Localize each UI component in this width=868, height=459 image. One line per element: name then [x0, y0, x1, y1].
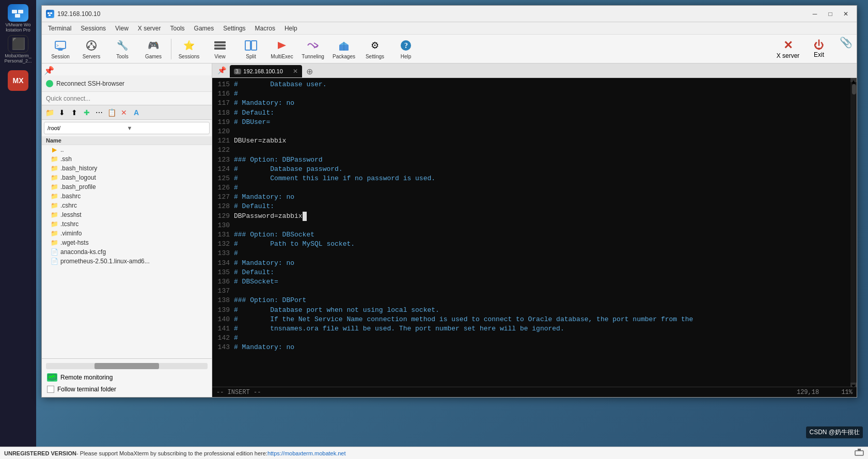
- toolbar-session[interactable]: >_ Session: [46, 36, 75, 62]
- minimize-button[interactable]: ─: [808, 9, 822, 19]
- toolbar-games[interactable]: 🎮 Games: [139, 36, 168, 62]
- toolbar-sessions[interactable]: ⭐ Sessions: [175, 36, 203, 62]
- toolbar-xserver[interactable]: ✕ X server: [774, 36, 802, 62]
- tab-close[interactable]: ✕: [293, 68, 298, 75]
- terminal-area[interactable]: 1151161171181191201211221231241251261271…: [212, 78, 857, 397]
- toolbar-view[interactable]: View: [206, 36, 234, 62]
- quick-connect-input[interactable]: [46, 95, 208, 102]
- toolbar-packages[interactable]: Packages: [329, 36, 358, 62]
- tree-item-lesshst[interactable]: 📁 .lesshst: [42, 210, 212, 219]
- menu-games[interactable]: Games: [190, 24, 218, 33]
- tree-item-dotdot[interactable]: ▶ ..: [42, 145, 212, 154]
- line-numbers: 1151161171181191201211221231241251261271…: [212, 80, 234, 385]
- folder-icon: 📁: [50, 165, 58, 172]
- file-tree: ▶ .. 📁 .ssh 📁 .bash_history 📁 .bash_logo…: [42, 145, 212, 358]
- tree-item-bash-history[interactable]: 📁 .bash_history: [42, 164, 212, 173]
- code-line-119: # DBUser=: [234, 118, 848, 127]
- tree-item-anaconda[interactable]: 📄 anaconda-ks.cfg: [42, 247, 212, 257]
- maximize-button[interactable]: □: [824, 9, 837, 19]
- sidebar-tool-download[interactable]: ⬇: [56, 107, 68, 118]
- svg-line-22: [314, 43, 318, 45]
- tree-item-name: .tcshrc: [60, 220, 78, 228]
- code-line-140: # If the Net Service Name connection met…: [234, 315, 848, 324]
- terminal-wrapper: 📌 3. 192.168.100.10 ✕ ⊕ 1151161171181191…: [212, 64, 857, 397]
- tree-item-wget-hsts[interactable]: 📁 .wget-hsts: [42, 238, 212, 247]
- left-sidebar: 📌 Reconnect SSH-browser 📁 ⬇ ⬆ ✚ ⋯ 📋 ✕ A: [42, 64, 212, 397]
- remote-monitoring[interactable]: Remote monitoring: [44, 371, 210, 384]
- toolbar-help[interactable]: ? Help: [391, 36, 420, 62]
- menu-xserver[interactable]: X server: [134, 24, 165, 33]
- scroll-up[interactable]: ▲: [850, 78, 857, 82]
- tree-item-cshrc[interactable]: 📁 .cshrc: [42, 201, 212, 210]
- path-selector[interactable]: /root/ ▼: [44, 122, 210, 134]
- svg-line-14: [89, 44, 91, 46]
- menu-sessions[interactable]: Sessions: [76, 24, 110, 33]
- menu-view[interactable]: View: [111, 24, 133, 33]
- tree-item-tcshrc[interactable]: 📁 .tcshrc: [42, 219, 212, 229]
- settings-label: Settings: [366, 54, 384, 59]
- servers-label: Servers: [83, 54, 100, 59]
- folder-icon: 📁: [50, 211, 58, 218]
- toolbar-settings[interactable]: ⚙ Settings: [360, 36, 389, 62]
- svg-text:?: ?: [404, 42, 408, 50]
- sidebar-tool-copy[interactable]: 📋: [106, 107, 117, 118]
- tab-1[interactable]: 3. 192.168.100.10 ✕: [230, 65, 302, 77]
- tree-item-prometheus[interactable]: 📄 prometheus-2.50.1.linux-amd6...: [42, 257, 212, 266]
- terminal-scrollbar[interactable]: ▲ ▼: [850, 78, 857, 387]
- menu-help[interactable]: Help: [280, 24, 302, 33]
- monitoring-icon: [47, 373, 57, 382]
- cursor: [303, 212, 307, 221]
- sidebar-tool-more[interactable]: ⋯: [93, 107, 105, 118]
- tree-item-bashrc[interactable]: 📁 .bashrc: [42, 192, 212, 201]
- view-icon: [213, 38, 227, 53]
- tab-pin[interactable]: 📌: [214, 64, 229, 77]
- pin-icon[interactable]: 📌: [44, 66, 54, 75]
- mobaxterm1-label: MobaXterm_Personal_2...: [4, 54, 31, 64]
- sidebar-tool-rename[interactable]: A: [131, 107, 142, 118]
- code-line-121: DBUser=zabbix: [234, 136, 848, 146]
- toolbar-servers[interactable]: Servers: [77, 36, 106, 62]
- toolbar-exit[interactable]: ⏻ Exit: [804, 36, 833, 62]
- toolbar-tools[interactable]: 🔧 Tools: [108, 36, 137, 62]
- sidebar-tool-folder[interactable]: 📁: [44, 107, 55, 118]
- code-line-115: # Database user.: [234, 80, 848, 89]
- attachment-icon[interactable]: 📎: [840, 36, 853, 62]
- reconnect-bar: Reconnect SSH-browser: [42, 75, 212, 92]
- taskbar-mobaxterm1[interactable]: ⬛ MobaXterm_Personal_2...: [4, 35, 33, 64]
- toolbar-tunneling[interactable]: Tunneling: [298, 36, 327, 62]
- toolbar-multiexec[interactable]: MultiExec: [267, 36, 296, 62]
- tree-item-viminfo[interactable]: 📁 .viminfo: [42, 229, 212, 238]
- tree-item-name: .bashrc: [60, 193, 81, 200]
- session-label: Session: [51, 54, 70, 59]
- sidebar-tool-delete[interactable]: ✕: [118, 107, 130, 118]
- tunneling-label: Tunneling: [302, 54, 324, 59]
- tree-item-name: .viminfo: [60, 230, 82, 237]
- menu-macros[interactable]: Macros: [251, 24, 279, 33]
- code-line-134: # Mandatory: no: [234, 259, 848, 268]
- code-line-120: [234, 127, 848, 136]
- tree-item-ssh[interactable]: 📁 .ssh: [42, 154, 212, 164]
- sidebar-tool-upload[interactable]: ⬆: [69, 107, 80, 118]
- sidebar-tool-add[interactable]: ✚: [81, 107, 92, 118]
- new-tab-button[interactable]: ⊕: [303, 65, 315, 77]
- scroll-down[interactable]: ▼: [850, 383, 857, 387]
- settings-icon: ⚙: [368, 38, 382, 53]
- tree-item-name: ..: [60, 146, 64, 153]
- reconnect-label[interactable]: Reconnect SSH-browser: [56, 80, 124, 87]
- tree-item-name: prometheus-2.50.1.linux-amd6...: [60, 258, 150, 265]
- menu-terminal[interactable]: Terminal: [44, 24, 75, 33]
- tree-item-bash-profile[interactable]: 📁 .bash_profile: [42, 182, 212, 192]
- menu-tools[interactable]: Tools: [166, 24, 189, 33]
- svg-point-13: [93, 46, 95, 48]
- scrollbar-thumb[interactable]: [852, 84, 856, 94]
- taskbar-vmware[interactable]: VMware Wokstation Pro: [4, 4, 33, 33]
- code-line-141: # tnsnames.ora file will be used. The po…: [234, 324, 848, 334]
- follow-folder-checkbox[interactable]: [47, 386, 54, 393]
- menu-settings[interactable]: Settings: [219, 24, 249, 33]
- toolbar-split[interactable]: Split: [236, 36, 265, 62]
- mobatek-link[interactable]: https://mobaxterm.mobatek.net: [267, 450, 346, 456]
- close-button[interactable]: ✕: [839, 9, 853, 19]
- svg-rect-5: [49, 14, 51, 16]
- taskbar-mobaxterm2[interactable]: MX: [4, 66, 33, 95]
- tree-item-bash-logout[interactable]: 📁 .bash_logout: [42, 173, 212, 182]
